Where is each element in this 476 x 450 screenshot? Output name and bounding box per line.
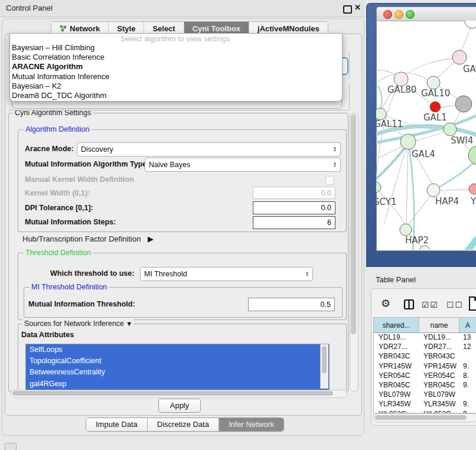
screen: Control Panel ✕ Network Style Select Cyn… [0, 0, 476, 450]
table-cell: 9. [458, 361, 476, 371]
table-cell: YDL19... [419, 332, 458, 342]
float-panel-icon[interactable] [343, 5, 352, 14]
settings-hscrollbar-thumb[interactable] [12, 391, 333, 396]
tab-impute-data[interactable]: Impute Data [86, 418, 147, 431]
table-cell: YDR27... [374, 342, 419, 351]
table-cell: YBR043C [419, 351, 458, 361]
mi-steps-field[interactable]: 6 [253, 216, 335, 229]
aracne-mode-label: Aracne Mode: [25, 145, 74, 153]
close-icon[interactable]: ✕ [354, 3, 361, 12]
which-threshold-value: MI Threshold [144, 270, 305, 278]
attributes-scrollbar-thumb[interactable] [322, 346, 327, 373]
mi-algorithm-type-label: Mutual Information Algorithm Type: [25, 160, 149, 168]
node-table: shared... name A YDL19...YDL19...13YDR27… [373, 317, 476, 413]
table-panel-title: Table Panel [376, 275, 416, 284]
table-cell: YIL052C [374, 409, 419, 414]
columns-icon[interactable] [403, 299, 415, 310]
table-row[interactable]: YIL052CYIL052C9 [374, 409, 476, 414]
algorithm-option[interactable]: Dream8 DC_TDC Algorithm [9, 91, 340, 100]
table-row[interactable]: YBR045CYBR045C9. [374, 380, 476, 390]
tab-jactivemnodules-label: jActiveMNodules [257, 24, 319, 33]
network-window-titlebar[interactable] [377, 7, 476, 21]
table-row[interactable]: YER054CYER054C8. [374, 371, 476, 380]
table-cell: YDL19... [374, 332, 419, 342]
table-cell: YLR345W [374, 399, 419, 409]
algorithm-option[interactable]: ARACNE Algorithm [9, 62, 340, 71]
table-rows: YDL19...YDL19...13YDR27...YDR27...12YBR0… [374, 332, 476, 413]
mi-threshold-label: Mutual Information Threshold: [28, 300, 135, 308]
table-cell: YBR043C [374, 351, 419, 361]
table-row[interactable]: YDR27...YDR27...12 [374, 342, 476, 351]
table-row[interactable]: YBR043CYBR043C [374, 351, 476, 361]
export-table-icon[interactable] [468, 296, 476, 311]
panel-border-fragment [349, 83, 350, 110]
column-header-partial[interactable]: A [459, 318, 476, 332]
mi-algorithm-type-value: Naive Bayes [149, 161, 333, 169]
kernel-width-field[interactable]: 0.0 [253, 187, 335, 199]
stepper-icon: ▲▼ [333, 146, 337, 152]
data-attribute-item[interactable]: gal4RGexp [26, 379, 329, 390]
close-window-icon[interactable] [383, 10, 392, 19]
table-cell: YER054C [419, 371, 458, 380]
column-header-name[interactable]: name [419, 318, 459, 332]
kernel-width-label: Kernel Width (0,1): [25, 189, 90, 197]
table-cell: YBR045C [419, 380, 458, 390]
table-row[interactable]: YPR145WYPR145W9. [374, 361, 476, 371]
table-cell: YER054C [374, 371, 419, 380]
algorithm-definition-title: Algorithm Definition [24, 125, 91, 133]
aracne-mode-combo[interactable]: Discovery ▲▼ [77, 142, 341, 156]
select-all-checks-icon[interactable]: ☑☑ [422, 300, 439, 309]
network-window[interactable] [376, 6, 476, 251]
data-attribute-item[interactable]: TopologicalCoefficient [26, 356, 329, 367]
algorithm-option[interactable]: Mutual Information Inference [9, 72, 340, 81]
column-header-shared-name[interactable]: shared... [374, 318, 419, 332]
tab-select-label: Select [152, 24, 175, 33]
zoom-window-icon[interactable] [406, 10, 415, 19]
minimized-panel-icon[interactable] [5, 443, 17, 450]
data-attribute-item[interactable]: SelfLoops [26, 344, 329, 356]
sources-title[interactable]: Sources for Network Inference ▼ [22, 319, 134, 328]
algorithm-option[interactable]: Basic Correlation Inference [9, 53, 340, 62]
table-cell: 12 [458, 342, 476, 351]
control-panel-title: Control Panel [6, 4, 53, 12]
settings-scrollbar-thumb[interactable] [351, 115, 356, 334]
table-cell: YBR045C [374, 380, 419, 390]
panel-border-fragment [349, 52, 350, 78]
table-hscrollbar-thumb[interactable] [375, 415, 467, 420]
sources-title-label: Sources for Network Inference [24, 319, 124, 328]
table-row[interactable]: YBL079WYBL079W [374, 390, 476, 399]
tab-discretize-data[interactable]: Discretize Data [147, 418, 219, 431]
mi-algorithm-type-combo[interactable]: Naive Bayes ▲▼ [145, 158, 341, 172]
data-attributes-list[interactable]: SelfLoopsTopologicalCoefficientBetweenne… [25, 344, 330, 390]
algorithm-option[interactable]: Bayesian – K2 [9, 81, 340, 91]
apply-button[interactable]: Apply [158, 399, 201, 413]
aracne-mode-value: Discovery [81, 145, 333, 154]
deselect-all-checks-icon[interactable]: ☐☐ [446, 300, 464, 309]
table-row[interactable]: YLR345WYLR345W9. [374, 399, 476, 409]
mi-threshold-definition-title: MI Threshold Definition [30, 283, 109, 291]
table-cell: YLR345W [419, 399, 458, 409]
algorithm-option[interactable]: Bayesian – Hill Climbing [9, 43, 340, 53]
dpi-tolerance-label: DPI Tolerance [0,1]: [25, 204, 93, 212]
manual-kernel-checkbox[interactable] [325, 176, 334, 185]
minimize-window-icon[interactable] [395, 10, 403, 19]
table-row[interactable]: YDL19...YDL19...13 [374, 332, 476, 342]
which-threshold-combo[interactable]: MI Threshold ▲▼ [140, 267, 313, 281]
tab-cyni-toolbox-label: Cyni Toolbox [193, 24, 240, 33]
table-cell: 9. [458, 380, 476, 390]
tab-infer-network[interactable]: Infer Network [219, 418, 283, 431]
tab-network-label: Network [70, 24, 100, 33]
table-cell: YPR145W [374, 361, 419, 371]
hub-definition-toggle[interactable]: Hub/Transcription Factor Definition ▶ [22, 234, 154, 243]
cyni-bottom-tabs: Impute Data Discretize Data Infer Networ… [86, 418, 284, 432]
gear-icon[interactable]: ⚙ [381, 297, 390, 310]
data-attribute-item[interactable]: BetweennessCentrality [26, 367, 329, 378]
mi-threshold-field[interactable]: 0.5 [248, 298, 335, 311]
data-attributes-label: Data Attributes [21, 331, 74, 339]
table-cell: YIL052C [419, 409, 458, 414]
panel-border-fragment [8, 110, 349, 110]
dpi-tolerance-field[interactable]: 0.0 [253, 201, 335, 214]
table-cell: 13 [458, 332, 476, 342]
stepper-icon: ▲▼ [305, 271, 309, 277]
which-threshold-label: Which threshold to use: [50, 269, 134, 278]
